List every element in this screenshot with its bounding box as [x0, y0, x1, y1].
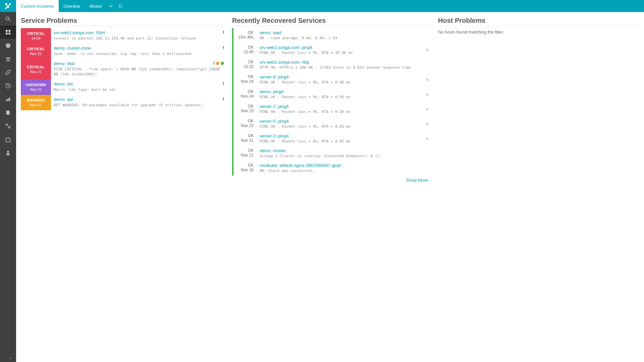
- svg-rect-19: [8, 99, 9, 101]
- svg-point-17: [8, 57, 10, 59]
- state-time-cell: OKNov 23: [233, 102, 256, 117]
- service-link[interactable]: srv-web1.icinga.com: SSH: [54, 30, 222, 35]
- tab-menu-dropdown[interactable]: [106, 0, 116, 12]
- service-link[interactable]: demo: ido: [54, 81, 222, 86]
- plugin-output: PING OK - Packet loss = 0%, RTA = 0.10 m…: [260, 110, 429, 114]
- plugin-output: HTTP OK: HTTP/1.1 200 OK - 11783 bytes i…: [260, 65, 429, 70]
- recovered-service-row[interactable]: OKNov 23server-2: ping4PING OK - Packet …: [232, 102, 431, 117]
- service-link[interactable]: demo: disk: [54, 61, 222, 66]
- state-label: CRITICAL: [27, 47, 45, 51]
- tab-overdue[interactable]: Overdue: [59, 0, 85, 12]
- unhandled-icon: !: [223, 81, 224, 86]
- recovered-service-row[interactable]: OK15:45srv-web1.icinga.com: ping4PING OK…: [232, 43, 431, 58]
- svg-point-23: [7, 151, 9, 153]
- plugin-output: PING OK - Packet loss = 0%, RTA = 0.05 m…: [260, 124, 429, 129]
- dashboard-icon[interactable]: [0, 25, 16, 39]
- state-label: OK: [233, 104, 254, 109]
- service-link[interactable]: minikube: default-nginx-3867096097-qjnpt: [260, 163, 429, 168]
- service-link[interactable]: demo: apt: [54, 97, 222, 102]
- plugin-output: OK: Check was successful.: [260, 169, 429, 173]
- plugin-output: OK - load average: 0.04, 0.46, 1.54: [260, 36, 429, 40]
- host-problems-column: Host Problems No hosts found matching th…: [435, 17, 641, 183]
- recovered-service-row[interactable]: OK15:32srv-web1.icinga.com: httpHTTP OK:…: [232, 58, 431, 72]
- unhandled-icon: !: [223, 30, 224, 35]
- refresh-button[interactable]: [116, 0, 125, 12]
- service-problem-row[interactable]: CRITICAL14:54srv-web1.icinga.com: SSHcon…: [21, 28, 225, 44]
- side-rail: »: [0, 12, 16, 362]
- state-time-cell: OKNov 21: [233, 131, 256, 146]
- service-link[interactable]: server-2: ping4: [260, 104, 429, 109]
- tab-muted[interactable]: Muted: [85, 0, 106, 12]
- svg-line-8: [9, 19, 10, 21]
- service-problem-row[interactable]: CRITICALNov 21demo: diskDISK CRITICAL - …: [21, 59, 225, 79]
- state-time: Nov 21: [30, 69, 42, 74]
- show-more-link[interactable]: Show More: [406, 178, 428, 183]
- perfdata-grey-icon: [426, 123, 429, 125]
- history-icon[interactable]: [0, 79, 16, 93]
- state-badge: UNKNOWNNov 21: [21, 79, 51, 95]
- recovered-service-row[interactable]: OKNov 24server-6: ping4PING OK - Packet …: [232, 72, 431, 87]
- recovered-service-row[interactable]: OKNov 24demo: ping6PING OK - Packet loss…: [232, 87, 431, 102]
- service-link[interactable]: srv-web1.icinga.com: http: [260, 60, 429, 65]
- state-label: CRITICAL: [27, 65, 45, 69]
- service-link[interactable]: demo: load: [260, 30, 429, 35]
- service-link[interactable]: demo: cluster-zone: [54, 46, 222, 51]
- svg-rect-20: [9, 98, 10, 101]
- state-badge: WARNINGNov 21: [21, 95, 51, 110]
- perfdata-orange-icon: [216, 62, 219, 65]
- recovered-service-row[interactable]: OKNov 21demo: clusterIcinga 2 Cluster is…: [232, 146, 431, 161]
- recovered-service-row[interactable]: OKNov 16minikube: default-nginx-38670960…: [232, 161, 431, 176]
- plugin-output: PING OK - Packet loss = 0%, RTA = 0.05 m…: [260, 95, 429, 99]
- state-label: OK: [233, 119, 254, 123]
- state-label: OK: [233, 74, 254, 79]
- perfdata-grey-icon: [426, 78, 429, 81]
- service-link[interactable]: server-3: ping4: [260, 133, 429, 138]
- user-icon[interactable]: [0, 146, 16, 160]
- app-logo[interactable]: [0, 0, 16, 12]
- state-label: OK: [233, 45, 254, 50]
- service-link[interactable]: demo: ping6: [260, 89, 429, 94]
- state-time: Nov 24: [233, 79, 254, 84]
- service-link[interactable]: server-5: ping4: [260, 119, 429, 124]
- recovered-service-row[interactable]: OKNov 21server-3: ping4PING OK - Packet …: [232, 131, 431, 146]
- recovered-service-row[interactable]: OK15m 46sdemo: loadOK - load average: 0.…: [232, 28, 431, 43]
- state-badge: CRITICAL14:54: [21, 28, 51, 44]
- service-problem-row[interactable]: WARNINGNov 21demo: aptAPT WARNING: 60 pa…: [21, 95, 225, 110]
- plugin-output: Macro 'ido_type' must be set.: [54, 87, 222, 92]
- state-time: Nov 23: [233, 123, 254, 128]
- reporting-icon[interactable]: [0, 93, 16, 106]
- service-problem-row[interactable]: UNKNOWNNov 21demo: idoMacro 'ido_type' m…: [21, 79, 225, 95]
- svg-rect-18: [6, 100, 7, 101]
- state-time-cell: OKNov 24: [233, 72, 256, 87]
- service-link[interactable]: server-6: ping4: [260, 74, 429, 79]
- state-time: Nov 16: [233, 168, 254, 172]
- search-icon[interactable]: [0, 12, 16, 25]
- tab-current-incidents[interactable]: Current Incidents: [16, 0, 59, 12]
- configuration-icon[interactable]: [0, 119, 16, 133]
- plugin-output: PING OK - Packet loss = 0%, RTA = 0.06 m…: [260, 80, 429, 84]
- main-content: Service Problems CRITICAL14:54srv-web1.i…: [16, 12, 644, 362]
- unhandled-icon: !: [213, 61, 215, 65]
- plugin-output: Icinga 2 Cluster is running: Connected E…: [260, 154, 429, 158]
- state-time-cell: OKNov 24: [233, 87, 256, 102]
- recovered-service-row[interactable]: OKNov 23server-5: ping4PING OK - Packet …: [232, 117, 431, 131]
- system-icon[interactable]: [0, 133, 16, 146]
- overview-icon[interactable]: [0, 52, 16, 66]
- svg-point-22: [9, 127, 10, 128]
- service-problems-column: Service Problems CRITICAL14:54srv-web1.i…: [21, 17, 229, 183]
- state-time-cell: OKNov 16: [233, 161, 256, 176]
- state-label: CRITICAL: [27, 31, 45, 36]
- svg-rect-11: [6, 33, 7, 35]
- state-time: 15:32: [233, 64, 254, 69]
- service-link[interactable]: demo: cluster: [260, 148, 429, 153]
- state-time: 15m 46s: [233, 35, 254, 40]
- svg-rect-10: [9, 30, 10, 32]
- connections-icon[interactable]: [0, 66, 16, 79]
- state-label: OK: [233, 148, 254, 153]
- collapse-rail-icon[interactable]: »: [0, 356, 16, 360]
- problems-icon[interactable]: [0, 39, 16, 52]
- service-link[interactable]: srv-web1.icinga.com: ping4: [260, 45, 429, 50]
- service-problem-row[interactable]: CRITICALNov 21demo: cluster-zoneZone 'de…: [21, 44, 225, 59]
- documentation-icon[interactable]: [0, 106, 16, 119]
- perfdata-grey-icon: [426, 49, 429, 52]
